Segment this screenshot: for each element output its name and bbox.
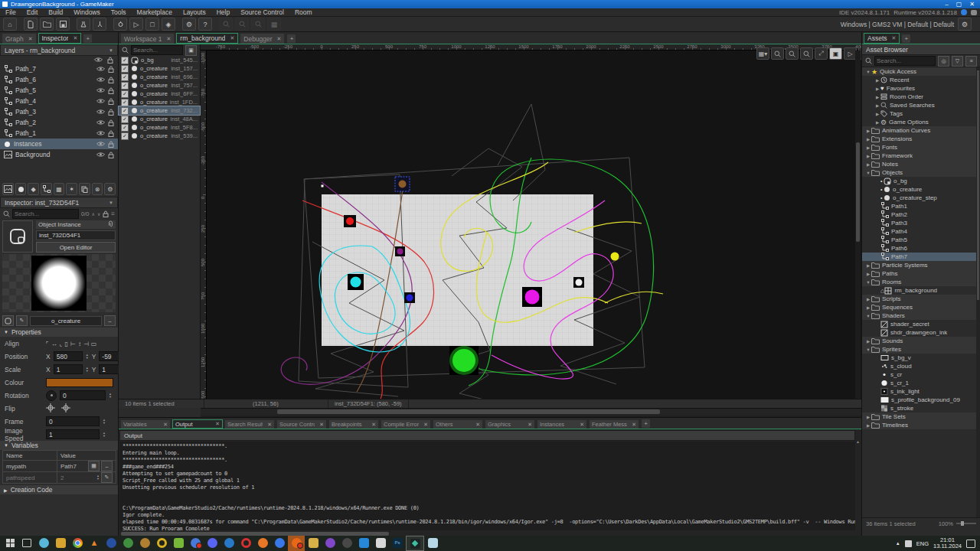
zoom-reset-button[interactable] <box>786 47 799 60</box>
align-icon-5[interactable]: ↕ <box>78 341 81 347</box>
save-project-button[interactable] <box>56 18 70 31</box>
menu-help[interactable]: Help <box>211 8 235 16</box>
creation-code-section-header[interactable]: ▶Creation Code <box>0 485 118 494</box>
asset-paths[interactable]: ▶Paths <box>862 269 980 278</box>
align-icon-1[interactable]: ↔ <box>51 341 57 347</box>
variable-row[interactable]: pathspeed 2▲▼✎ <box>3 472 116 484</box>
asset-shaders[interactable]: ▼Shaders <box>862 311 980 320</box>
close-tab-icon[interactable]: ✕ <box>892 35 897 41</box>
tab-graph[interactable]: Graph✕ <box>2 33 37 44</box>
layer-row-path-1[interactable]: Path_1 <box>0 128 118 139</box>
asset-target-button[interactable]: ◎ <box>938 56 949 67</box>
align-icon-6[interactable]: ⊣ <box>83 341 89 347</box>
menu-room[interactable]: Room <box>289 8 318 16</box>
close-tab-icon[interactable]: ✕ <box>632 422 636 428</box>
layer-row-background[interactable]: Background <box>0 149 118 160</box>
asset-path6[interactable]: Path6 <box>862 244 980 253</box>
asset-rooms[interactable]: ▼Rooms <box>862 278 980 286</box>
paste-layer-tool[interactable] <box>79 183 90 195</box>
checkbox-icon[interactable]: ✓ <box>121 73 129 81</box>
zoom-reset-button[interactable] <box>235 18 249 31</box>
menu-windows[interactable]: Windows <box>68 8 105 16</box>
tab-debugger[interactable]: Debugger✕ <box>240 33 285 44</box>
lock-all-icon[interactable] <box>107 57 113 64</box>
align-icon-0[interactable]: ⌜ <box>46 341 49 347</box>
instance-row-inst-539-[interactable]: ✓o_creatureinst_539... <box>119 132 200 140</box>
asset-path4[interactable]: Path4 <box>862 227 980 236</box>
layer-row-instances[interactable]: Instances <box>0 139 118 149</box>
layer-row-path-6[interactable]: Path_6 <box>0 74 118 85</box>
taskbar-vlc[interactable]: ▲ <box>86 536 103 551</box>
tab-workspace-1[interactable]: Workspace 1✕ <box>120 33 175 44</box>
paperclip-icon[interactable] <box>108 220 113 229</box>
asset-path1[interactable]: Path1 <box>862 202 980 210</box>
layers-header-dropdown[interactable]: Layers - rm_background ▼ <box>0 44 118 56</box>
variable-edit-button[interactable]: ✎ <box>101 472 113 483</box>
home-button[interactable]: ⌂ <box>3 18 17 31</box>
taskbar-clock[interactable]: 21:0113.11.2024 <box>933 537 962 549</box>
asset-extensions[interactable]: ▶Extensions <box>862 135 980 143</box>
console-log[interactable]: **********************************.Enter… <box>119 442 855 530</box>
asset-menu-button[interactable]: ≡ <box>965 56 977 67</box>
close-tab-icon[interactable]: ✕ <box>475 422 480 428</box>
checkbox-icon[interactable]: ✓ <box>121 116 129 123</box>
rotation-input[interactable] <box>60 390 106 400</box>
taskbar-opera[interactable] <box>237 536 254 551</box>
checkbox-icon[interactable]: ✓ <box>121 132 129 140</box>
debug-button[interactable] <box>113 18 127 31</box>
add-tab-button[interactable]: + <box>642 419 650 428</box>
taskbar-photoshop[interactable]: Ps <box>389 536 406 551</box>
new-project-button[interactable] <box>24 18 38 31</box>
taskbar-app-ring[interactable] <box>153 536 170 551</box>
asset-tile-sets[interactable]: ▶Tile Sets <box>862 412 980 421</box>
position-x-input[interactable] <box>54 351 83 361</box>
instance-row-inst-545-[interactable]: ✓o_bginst_545... <box>119 56 200 64</box>
close-tab-icon[interactable]: ✕ <box>319 422 324 428</box>
instance-name-field[interactable]: inst_732D54F1 <box>36 230 116 240</box>
scale-x-input[interactable] <box>54 364 83 374</box>
taskbar-task-view[interactable] <box>18 536 35 551</box>
add-tab-button[interactable]: + <box>902 34 910 43</box>
variable-row[interactable]: mypath Path7▦– <box>3 461 116 472</box>
background-layer-tool[interactable] <box>2 183 14 195</box>
menu-source-control[interactable]: Source Control <box>235 8 289 16</box>
close-tab-icon[interactable]: ✕ <box>277 36 282 42</box>
asset-fonts[interactable]: ▶Fonts <box>862 143 980 152</box>
target-settings-button[interactable]: ⚙ <box>958 18 972 31</box>
instance-row-inst-6ff-[interactable]: ✓o_creatureinst_6FF... <box>119 90 200 98</box>
asset-favourites[interactable]: ▶♥Favourites <box>862 84 980 93</box>
asset-o-creature-step[interactable]: •o_creature_step <box>862 194 980 202</box>
tab-variables[interactable]: Variables✕ <box>120 419 171 429</box>
asset-path7[interactable]: Path7 <box>862 253 980 261</box>
tab-compile-errors[interactable]: Compile Errors✕ <box>381 419 431 429</box>
build-flask-button[interactable] <box>77 18 90 31</box>
tab-rm-background[interactable]: rm_background✕ <box>176 33 238 44</box>
flip-vertical-icon[interactable] <box>61 403 70 414</box>
menu-tools[interactable]: Tools <box>106 8 132 16</box>
target-button[interactable]: ◈ <box>162 18 175 31</box>
asset-sounds[interactable]: ▶Sounds <box>862 337 980 345</box>
layer-row-path-7[interactable]: Path_7 <box>0 64 118 74</box>
taskbar-google-app[interactable] <box>271 536 288 551</box>
asset-shdr-drawngeon-ink[interactable]: shdr_drawngeon_ink <box>862 328 980 337</box>
stop-button[interactable]: □ <box>145 18 159 31</box>
asset-quick-access[interactable]: ▼★Quick Access <box>862 67 980 76</box>
tray-expand-icon[interactable]: ▲ <box>896 541 900 546</box>
snap-button[interactable]: ▣ <box>829 47 842 60</box>
asset-s-cr[interactable]: s_cr <box>862 370 980 379</box>
colour-swatch[interactable] <box>46 378 113 387</box>
asset-notes[interactable]: ▶Notes <box>862 160 980 168</box>
asset-objects[interactable]: ▼Objects <box>862 168 980 177</box>
taskbar-firefox[interactable] <box>254 536 271 551</box>
close-tab-icon[interactable]: ✕ <box>371 422 376 428</box>
tab-output[interactable]: Output✕ <box>172 419 223 429</box>
open-project-button[interactable] <box>40 18 54 31</box>
goto-object-button[interactable] <box>2 315 14 326</box>
asset-timelines[interactable]: ▶Timelines <box>862 421 980 429</box>
checkbox-icon[interactable]: ✓ <box>121 82 129 90</box>
asset-particle-systems[interactable]: ▶Particle Systems <box>862 261 980 269</box>
tray-app-icon[interactable] <box>905 540 912 547</box>
layer-row-path-5[interactable]: Path_5 <box>0 85 118 96</box>
search-prev-button[interactable]: ∧ <box>92 211 95 217</box>
laptop-button[interactable]: ▦ <box>267 18 281 31</box>
